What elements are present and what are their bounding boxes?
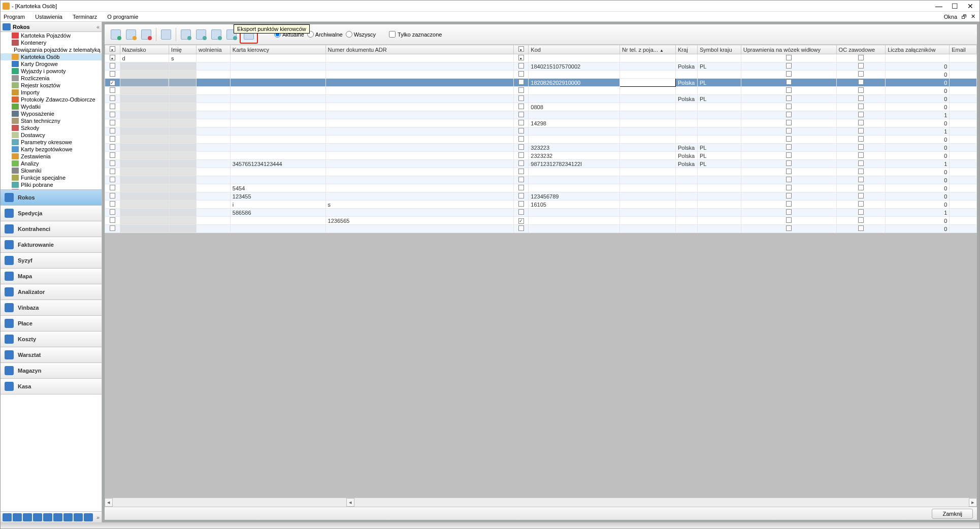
cell-wolnienia[interactable] bbox=[196, 95, 230, 103]
cell-email[interactable] bbox=[950, 127, 977, 136]
row-checkbox[interactable] bbox=[110, 209, 115, 215]
cell-kraj[interactable]: Polska bbox=[676, 62, 698, 71]
cell-oc-checkbox[interactable] bbox=[858, 79, 864, 85]
cell-karta[interactable]: 586586 bbox=[230, 209, 325, 217]
cell-wolnienia[interactable] bbox=[196, 176, 230, 184]
cell-karta[interactable] bbox=[230, 62, 325, 71]
cell-email[interactable] bbox=[950, 209, 977, 217]
row-checkbox-2[interactable] bbox=[518, 160, 524, 166]
cell-wolnienia[interactable] bbox=[196, 201, 230, 209]
cell-kod[interactable]: 16105 bbox=[529, 201, 620, 209]
nav-section-kontrahenci[interactable]: Kontrahenci bbox=[1, 221, 102, 237]
cell-kraj[interactable]: Polska bbox=[676, 79, 698, 87]
cell-wolnienia[interactable] bbox=[196, 217, 230, 225]
cell-adr[interactable] bbox=[325, 103, 513, 111]
row-checkbox[interactable] bbox=[110, 225, 115, 231]
tree-item-21[interactable]: Pliki pobrane bbox=[1, 181, 102, 188]
cell-adr[interactable] bbox=[325, 209, 513, 217]
cell-wolnienia[interactable] bbox=[196, 103, 230, 111]
cell-tel[interactable] bbox=[620, 103, 676, 111]
cell-uw-checkbox[interactable] bbox=[786, 177, 792, 182]
cell-adr[interactable] bbox=[325, 192, 513, 201]
header-checkbox-icon[interactable]: ▪ bbox=[110, 46, 115, 52]
cell-adr[interactable] bbox=[325, 87, 513, 95]
close-window-button[interactable]: ✕ bbox=[967, 2, 973, 10]
cell-karta[interactable]: 3457651234123444 bbox=[230, 160, 325, 168]
cell-tel[interactable] bbox=[620, 111, 676, 119]
cell-adr[interactable] bbox=[325, 176, 513, 184]
cell-tel[interactable] bbox=[620, 152, 676, 160]
cell-kraj[interactable] bbox=[676, 201, 698, 209]
row-checkbox-2[interactable] bbox=[518, 128, 524, 134]
cell-email[interactable] bbox=[950, 168, 977, 176]
tree-item-0[interactable]: Kartoteka Pojazdów bbox=[1, 32, 102, 39]
col-header-5[interactable]: Numer dokumentu ADR bbox=[325, 45, 513, 54]
cell-nazwisko[interactable] bbox=[120, 152, 169, 160]
cell-wolnienia[interactable] bbox=[196, 168, 230, 176]
row-checkbox[interactable] bbox=[110, 193, 115, 199]
cell-kod[interactable] bbox=[529, 71, 620, 79]
table-row[interactable]: 12365650 bbox=[105, 217, 977, 225]
cell-nazwisko[interactable] bbox=[120, 62, 169, 71]
nav-section-koszty[interactable]: Koszty bbox=[1, 332, 102, 347]
nav-section-analizator[interactable]: Analizator bbox=[1, 284, 102, 300]
cell-adr[interactable] bbox=[325, 127, 513, 136]
tree-item-20[interactable]: Funkcje specjalne bbox=[1, 174, 102, 181]
tree-item-7[interactable]: Rejestr kosztów bbox=[1, 82, 102, 89]
cell-uw-checkbox[interactable] bbox=[786, 112, 792, 117]
row-checkbox-2[interactable] bbox=[518, 218, 524, 224]
tree-item-13[interactable]: Szkody bbox=[1, 124, 102, 131]
tree-item-16[interactable]: Karty bezgotówkowe bbox=[1, 146, 102, 153]
cell-imie[interactable] bbox=[169, 225, 197, 233]
table-row[interactable]: 0 bbox=[105, 87, 977, 95]
row-checkbox[interactable] bbox=[110, 71, 115, 77]
cell-oc-checkbox[interactable] bbox=[858, 177, 864, 182]
cell-imie[interactable] bbox=[169, 103, 197, 111]
cell-wolnienia[interactable] bbox=[196, 136, 230, 144]
filter-cell-1[interactable]: d bbox=[120, 54, 169, 62]
bottom-icon-1[interactable] bbox=[3, 513, 12, 521]
cell-wolnienia[interactable] bbox=[196, 209, 230, 217]
row-checkbox[interactable] bbox=[110, 152, 115, 158]
bottom-icon-7[interactable] bbox=[63, 513, 73, 521]
cell-wolnienia[interactable] bbox=[196, 119, 230, 127]
cell-email[interactable] bbox=[950, 79, 977, 87]
filter-checkbox[interactable]: ▪ bbox=[110, 55, 115, 60]
radio-archiwalne[interactable]: Archiwalne bbox=[307, 31, 343, 38]
cell-kod[interactable] bbox=[529, 95, 620, 103]
cell-symbol[interactable] bbox=[697, 103, 741, 111]
row-checkbox[interactable] bbox=[110, 201, 115, 207]
filter-cell-13[interactable] bbox=[886, 54, 950, 62]
nav-section-magazyn[interactable]: Magazyn bbox=[1, 363, 102, 379]
cell-nazwisko[interactable] bbox=[120, 160, 169, 168]
cell-nazwisko[interactable] bbox=[120, 225, 169, 233]
cell-kod[interactable]: 0808 bbox=[529, 103, 620, 111]
table-row[interactable]: 34576512341234449871231278234122lPolskaP… bbox=[105, 160, 977, 168]
cell-karta[interactable] bbox=[230, 168, 325, 176]
row-checkbox[interactable] bbox=[110, 112, 115, 117]
cell-uw-checkbox[interactable] bbox=[786, 193, 792, 199]
cell-imie[interactable] bbox=[169, 192, 197, 201]
cell-karta[interactable] bbox=[230, 176, 325, 184]
cell-email[interactable] bbox=[950, 136, 977, 144]
cell-uw-checkbox[interactable] bbox=[786, 128, 792, 134]
cell-oc-checkbox[interactable] bbox=[858, 71, 864, 77]
cell-nazwisko[interactable] bbox=[120, 111, 169, 119]
bottom-icon-4[interactable] bbox=[33, 513, 42, 521]
cell-symbol[interactable] bbox=[697, 217, 741, 225]
cell-attachments[interactable]: 0 bbox=[886, 192, 950, 201]
table-row[interactable]: 1 bbox=[105, 111, 977, 119]
cell-oc-checkbox[interactable] bbox=[858, 120, 864, 125]
nav-section-płace[interactable]: Płace bbox=[1, 316, 102, 332]
nav-section-syzyf[interactable]: Syzyf bbox=[1, 253, 102, 269]
cell-attachments[interactable]: 0 bbox=[886, 62, 950, 71]
maximize-button[interactable]: ☐ bbox=[952, 2, 958, 10]
row-checkbox-2[interactable] bbox=[518, 169, 524, 174]
cell-kod[interactable] bbox=[529, 184, 620, 192]
cell-imie[interactable] bbox=[169, 71, 197, 79]
cell-kod[interactable]: 323223 bbox=[529, 144, 620, 152]
row-checkbox[interactable] bbox=[110, 120, 115, 125]
cell-karta[interactable] bbox=[230, 103, 325, 111]
filter-cell-2[interactable]: s bbox=[169, 54, 197, 62]
tree-item-11[interactable]: Wyposażenie bbox=[1, 110, 102, 117]
